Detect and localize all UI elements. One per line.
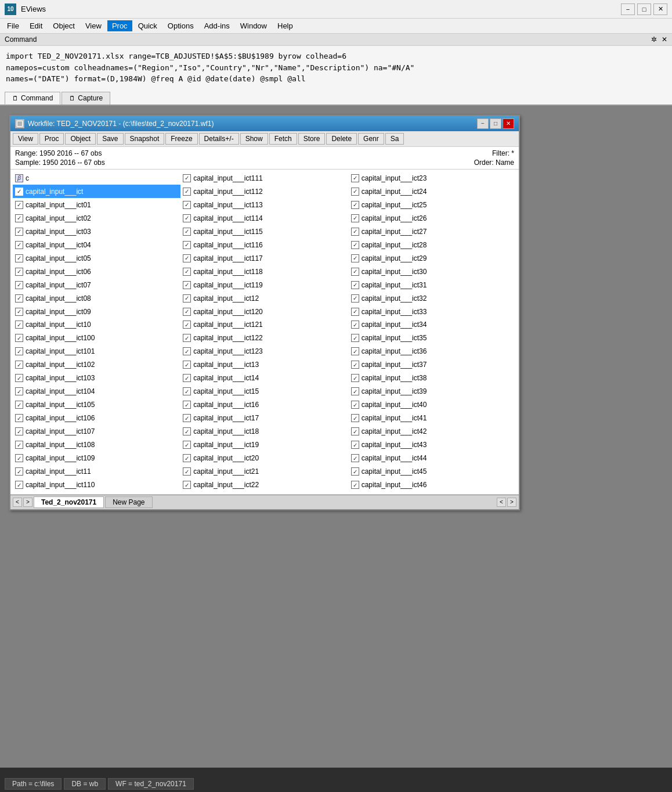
toolbar-btn-object[interactable]: Object — [65, 133, 96, 145]
toolbar-btn-delete[interactable]: Delete — [326, 133, 357, 145]
variable-item[interactable]: capital_input___ict30 — [349, 265, 516, 278]
close-button[interactable]: ✕ — [653, 3, 667, 15]
variable-item[interactable]: capital_input___ict119 — [180, 278, 348, 291]
variable-item[interactable]: capital_input___ict122 — [180, 332, 348, 345]
close-icon[interactable]: ✕ — [662, 35, 667, 44]
workfile-maximize-button[interactable]: □ — [490, 118, 501, 129]
toolbar-btn-proc[interactable]: Proc — [39, 133, 64, 145]
variable-item[interactable]: capital_input___ict28 — [349, 238, 516, 251]
variable-item[interactable]: capital_input___ict16 — [180, 398, 348, 412]
toolbar-btn-sa[interactable]: Sa — [385, 133, 404, 145]
menu-item-object[interactable]: Object — [48, 20, 80, 31]
menu-item-window[interactable]: Window — [236, 20, 272, 31]
variable-item[interactable]: capital_input___ict107 — [13, 425, 180, 438]
toolbar-btn-store[interactable]: Store — [298, 133, 326, 145]
pin-icon[interactable]: ✲ — [651, 35, 657, 44]
variable-item[interactable]: capital_input___ict110 — [13, 478, 180, 492]
variable-item[interactable]: capital_input___ict118 — [180, 265, 348, 278]
new-page-tab[interactable]: New Page — [105, 496, 152, 508]
variable-item[interactable]: capital_input___ict117 — [180, 251, 348, 265]
variable-item[interactable]: capital_input___ict112 — [180, 185, 348, 198]
variable-item[interactable]: capital_input___ict106 — [13, 412, 180, 425]
variable-item[interactable]: capital_input___ict18 — [180, 425, 348, 438]
variable-item[interactable]: capital_input___ict115 — [180, 225, 348, 238]
variable-item[interactable]: capital_input___ict105 — [13, 398, 180, 412]
variable-item[interactable]: capital_input___ict104 — [13, 385, 180, 398]
variable-item[interactable]: capital_input___ict12 — [180, 291, 348, 305]
scroll-right-button[interactable]: > — [507, 498, 516, 507]
variable-item[interactable]: capital_input___ict01 — [13, 198, 180, 211]
variable-item[interactable]: capital_input___ict24 — [349, 185, 516, 198]
variable-item[interactable]: capital_input___ict25 — [349, 198, 516, 211]
variable-item[interactable]: capital_input___ict103 — [13, 372, 180, 385]
maximize-button[interactable]: □ — [637, 3, 651, 15]
variable-item[interactable]: capital_input___ict10 — [13, 318, 180, 332]
variable-item[interactable]: capital_input___ict05 — [13, 251, 180, 265]
variable-item[interactable]: capital_input___ict35 — [349, 332, 516, 345]
variable-item[interactable]: capital_input___ict109 — [13, 452, 180, 465]
variable-item[interactable]: capital_input___ict04 — [13, 238, 180, 251]
variable-item[interactable]: capital_input___ict42 — [349, 425, 516, 438]
variable-item[interactable]: capital_input___ict100 — [13, 332, 180, 345]
variable-item[interactable]: capital_input___ict09 — [13, 305, 180, 318]
variable-item[interactable]: capital_input___ict44 — [349, 452, 516, 465]
variable-item[interactable]: capital_input___ict45 — [349, 465, 516, 478]
menu-item-help[interactable]: Help — [273, 20, 298, 31]
variable-item[interactable]: capital_input___ict15 — [180, 385, 348, 398]
variable-item[interactable]: capital_input___ict113 — [180, 198, 348, 211]
variable-item[interactable]: capital_input___ict40 — [349, 398, 516, 412]
toolbar-btn-show[interactable]: Show — [240, 133, 268, 145]
variable-item[interactable]: capital_input___ict108 — [13, 438, 180, 452]
variable-item[interactable]: capital_input___ict08 — [13, 291, 180, 305]
menu-item-proc[interactable]: Proc — [107, 20, 132, 31]
variable-item[interactable]: capital_input___ict23 — [349, 172, 516, 185]
variable-item[interactable]: capital_input___ict03 — [13, 225, 180, 238]
variable-item[interactable]: capital_input___ict101 — [13, 345, 180, 358]
variable-item[interactable]: capital_input___ict102 — [13, 358, 180, 372]
variable-item[interactable]: capital_input___ict116 — [180, 238, 348, 251]
variable-item[interactable]: capital_input___ict114 — [180, 211, 348, 225]
menu-item-add-ins[interactable]: Add-ins — [200, 20, 234, 31]
variable-item[interactable]: capital_input___ict19 — [180, 438, 348, 452]
variable-item[interactable]: capital_input___ict39 — [349, 385, 516, 398]
variable-item[interactable]: capital_input___ict22 — [180, 478, 348, 492]
toolbar-btn-freeze[interactable]: Freeze — [165, 133, 197, 145]
variable-item[interactable]: capital_input___ict46 — [349, 478, 516, 492]
variable-item[interactable]: capital_input___ict34 — [349, 318, 516, 332]
variable-item[interactable]: capital_input___ict17 — [180, 412, 348, 425]
command-tab-capture[interactable]: 🗒Capture — [62, 92, 110, 105]
scroll-left-button[interactable]: < — [497, 498, 506, 507]
variable-item[interactable]: capital_input___ict43 — [349, 438, 516, 452]
variable-item[interactable]: capital_input___ict07 — [13, 278, 180, 291]
variable-item[interactable]: capital_input___ict21 — [180, 465, 348, 478]
menu-item-options[interactable]: Options — [163, 20, 198, 31]
variable-item[interactable]: capital_input___ict29 — [349, 251, 516, 265]
variable-item[interactable]: c — [13, 172, 180, 185]
variable-item[interactable]: capital_input___ict37 — [349, 358, 516, 372]
nav-left-button[interactable]: < — [13, 498, 22, 507]
variable-item[interactable]: capital_input___ict27 — [349, 225, 516, 238]
nav-right-button[interactable]: > — [23, 498, 32, 507]
variable-item[interactable]: capital_input___ict02 — [13, 211, 180, 225]
toolbar-btn-genr[interactable]: Genr — [358, 133, 384, 145]
toolbar-btn-save[interactable]: Save — [97, 133, 123, 145]
variable-item[interactable]: capital_input___ict36 — [349, 345, 516, 358]
variable-item[interactable]: capital_input___ict121 — [180, 318, 348, 332]
variable-item[interactable]: capital_input___ict13 — [180, 358, 348, 372]
variable-item[interactable]: capital_input___ict38 — [349, 372, 516, 385]
minimize-button[interactable]: − — [621, 3, 635, 15]
variable-item[interactable]: capital_input___ict111 — [180, 172, 348, 185]
variable-item[interactable]: capital_input___ict33 — [349, 305, 516, 318]
variable-item[interactable]: capital_input___ict31 — [349, 278, 516, 291]
variable-item[interactable]: capital_input___ict26 — [349, 211, 516, 225]
variable-item[interactable]: capital_input___ict41 — [349, 412, 516, 425]
variable-item[interactable]: capital_input___ict11 — [13, 465, 180, 478]
menu-item-quick[interactable]: Quick — [133, 20, 162, 31]
variable-item[interactable]: capital_input___ict06 — [13, 265, 180, 278]
workfile-close-button[interactable]: ✕ — [503, 118, 514, 129]
variable-item[interactable]: capital_input___ict120 — [180, 305, 348, 318]
menu-item-view[interactable]: View — [81, 20, 106, 31]
command-tab-command[interactable]: 🗒Command — [5, 92, 60, 105]
workfile-minimize-button[interactable]: − — [477, 118, 489, 129]
menu-item-edit[interactable]: Edit — [25, 20, 47, 31]
